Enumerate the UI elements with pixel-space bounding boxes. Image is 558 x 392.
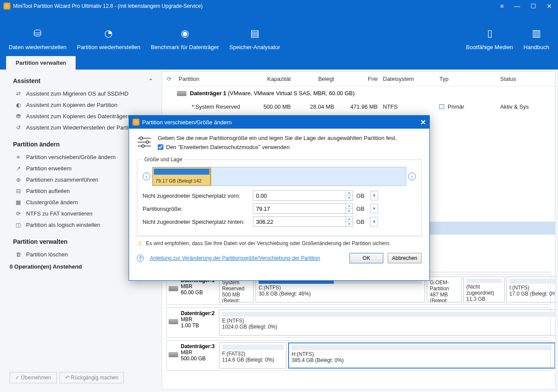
- disk-1-name: Datenträger 1: [190, 90, 226, 96]
- table-row[interactable]: *:System Reserved 500.00 MB 28.04 MB 471…: [162, 100, 555, 113]
- col-partition[interactable]: Partition: [176, 76, 250, 82]
- partition-segment[interactable]: H:(NTFS)385.4 GB (Belegt: 0%): [288, 342, 555, 369]
- close-icon[interactable]: ✕: [544, 2, 555, 10]
- item-label: Partition erweitern: [26, 165, 72, 172]
- partition-size-slider[interactable]: 79.17 GB (Belegt:142: [152, 167, 406, 186]
- spinner[interactable]: ▲▼: [346, 190, 353, 201]
- unit-label: GB: [356, 193, 367, 199]
- close-icon[interactable]: ✕: [420, 118, 426, 126]
- cancel-button[interactable]: Abbrechen: [388, 253, 422, 263]
- copy-disk-icon: ⛃: [15, 113, 22, 120]
- book-icon: ▥: [530, 27, 542, 40]
- help-link[interactable]: Anleitung zur Veränderung der Partitions…: [150, 255, 320, 261]
- segment-name: C:(NTFS): [259, 285, 422, 291]
- sidebar-item-copy-partition[interactable]: ◐Assistent zum Kopieren der Partition: [0, 99, 162, 110]
- col-type[interactable]: Typ: [437, 76, 498, 82]
- segment-name: H:(NTFS): [292, 351, 552, 357]
- resize-handle[interactable]: [210, 168, 211, 185]
- help-icon[interactable]: ?: [137, 255, 144, 262]
- used-block[interactable]: 79.17 GB (Belegt:142: [153, 167, 211, 186]
- partition-segment[interactable]: (Nicht zugeordnet)11.3 GB: [463, 276, 505, 302]
- col-used[interactable]: Belegt: [293, 76, 337, 82]
- scroll-right-icon[interactable]: ▸: [544, 272, 550, 272]
- segment-detail: 487 MB (Belegt:: [430, 292, 458, 302]
- protection-mode-checkbox[interactable]: [158, 144, 163, 150]
- col-status[interactable]: Status: [498, 76, 555, 82]
- item-label: Clustergröße ändern: [26, 199, 78, 206]
- apply-button[interactable]: ✓ Übernehmen: [10, 372, 57, 383]
- fieldset-legend: Größe und Lage: [143, 156, 184, 163]
- cell-type: Primär: [437, 103, 498, 110]
- space-after-input[interactable]: [253, 216, 346, 227]
- arrow-left-icon[interactable]: ‹: [143, 173, 150, 180]
- segment-detail: 385.4 GB (Belegt: 0%): [292, 357, 552, 363]
- segment-name: (Nicht zugeordnet): [466, 284, 502, 296]
- undo-button[interactable]: ↶ Rückgängig machen: [60, 372, 124, 383]
- chevron-down-icon: ▼: [346, 222, 352, 227]
- restore-partition-label: Partition wiederherstellen: [77, 44, 140, 50]
- tabstrip: Partition verwalten: [0, 56, 558, 70]
- disk-1-title[interactable]: Datenträger 1 (VMware, VMware Virtual S …: [162, 86, 555, 100]
- item-label: Partition löschen: [26, 251, 68, 258]
- chevron-down-icon: ▼: [346, 196, 352, 201]
- disk-bar-row[interactable]: Datenträger:2MBR1.00 TBE:(NTFS)1024.0 GB…: [166, 307, 551, 338]
- sidebar-section-assistent[interactable]: Assistent ⌃: [0, 75, 162, 88]
- type-box-icon: [439, 104, 444, 109]
- ok-button[interactable]: OK: [349, 253, 383, 263]
- spinner[interactable]: ▲▼: [346, 216, 353, 227]
- item-label: Partition als logisch einstellen: [26, 222, 100, 228]
- segment-detail: 11.3 GB: [466, 296, 502, 302]
- warning-icon: ⚠: [137, 240, 143, 247]
- cell-used: 28.04 MB: [293, 103, 337, 110]
- col-free[interactable]: Frei: [337, 76, 380, 82]
- sidebar-item-migrate-os[interactable]: ⇄Assistent zum Migrieren OS auf SSD/HD: [0, 88, 162, 99]
- disk-bar-name: Datenträger:3: [181, 343, 215, 349]
- restore-data-icon: ⛁: [31, 27, 43, 40]
- partition-segment[interactable]: E:(NTFS)1024.0 GB (Belegt: 0%): [219, 309, 555, 336]
- copy-partition-icon: ◐: [15, 101, 22, 108]
- usb-icon: ▯: [484, 27, 496, 40]
- minimize-icon[interactable]: —: [512, 2, 523, 10]
- partition-size-input[interactable]: [253, 203, 346, 214]
- manual-button[interactable]: ▥ Handbuch: [518, 27, 555, 50]
- unit-dropdown[interactable]: ▼: [370, 204, 378, 213]
- segment-name: System Reserved: [222, 279, 251, 292]
- logical-icon: ◫: [15, 221, 22, 228]
- svg-point-5: [142, 145, 144, 147]
- chevron-up-icon: ▲: [346, 191, 352, 196]
- disk-icon: [177, 91, 186, 96]
- assistent-label: Assistent: [13, 77, 40, 84]
- space-analyzer-button[interactable]: ▤ Speicher-Analysator: [224, 27, 286, 50]
- menu-icon[interactable]: ≡: [498, 2, 506, 10]
- disk-bar-list: ▸ Datenträger:1MBR60.00 GBSystem Reserve…: [162, 272, 555, 389]
- tab-partition-verwalten[interactable]: Partition verwalten: [6, 56, 76, 70]
- partition-segment[interactable]: G:OEM-Partition487 MB (Belegt:: [427, 276, 462, 302]
- space-before-input[interactable]: [253, 190, 346, 201]
- window-title: MiniTool Partition Wizard Pro Ultimativ …: [13, 3, 203, 9]
- partition-segment[interactable]: F:(FAT32)114.6 GB (Belegt: 0%): [219, 342, 286, 369]
- main-toolbar: ⛁ Daten wiederherstellen ◔ Partition wie…: [0, 12, 558, 56]
- disk-icon: [169, 286, 178, 291]
- col-capacity[interactable]: Kapazität: [250, 76, 293, 82]
- unit-dropdown[interactable]: ▼: [370, 217, 378, 226]
- benchmark-label: Benchmark für Datenträger: [151, 44, 219, 50]
- partition-segment[interactable]: I:(NTFS)17.0 GB (Belegt: 0%): [506, 276, 555, 302]
- restore-partition-button[interactable]: ◔ Partition wiederherstellen: [72, 27, 146, 50]
- item-label: Partitionen zusammenführen: [26, 176, 98, 183]
- bootable-media-button[interactable]: ▯ Bootfähige Medien: [461, 27, 518, 50]
- item-label: Assistent zum Wiederherstellen der Parti…: [26, 124, 137, 131]
- spinner[interactable]: ▲▼: [346, 203, 353, 214]
- arrow-right-icon[interactable]: ›: [408, 173, 416, 180]
- undo-label: Rückgängig machen: [71, 375, 118, 381]
- table-header: ⟳ Partition Kapazität Belegt Frei Dateis…: [162, 72, 555, 86]
- benchmark-button[interactable]: ◉ Benchmark für Datenträger: [146, 27, 224, 50]
- refresh-icon[interactable]: ⟳: [162, 76, 176, 82]
- restore-data-button[interactable]: ⛁ Daten wiederherstellen: [3, 27, 72, 50]
- col-fs[interactable]: Dateisystem: [380, 76, 437, 82]
- disk-icon: [169, 319, 178, 324]
- segment-detail: 17.0 GB (Belegt: 0%): [509, 291, 555, 297]
- unit-dropdown[interactable]: ▼: [370, 191, 378, 200]
- chevron-up-icon: ▲: [346, 204, 352, 209]
- disk-bar-row[interactable]: Datenträger:3MBR500.00 GBF:(FAT32)114.6 …: [166, 340, 551, 371]
- maximize-icon[interactable]: ☐: [528, 2, 539, 10]
